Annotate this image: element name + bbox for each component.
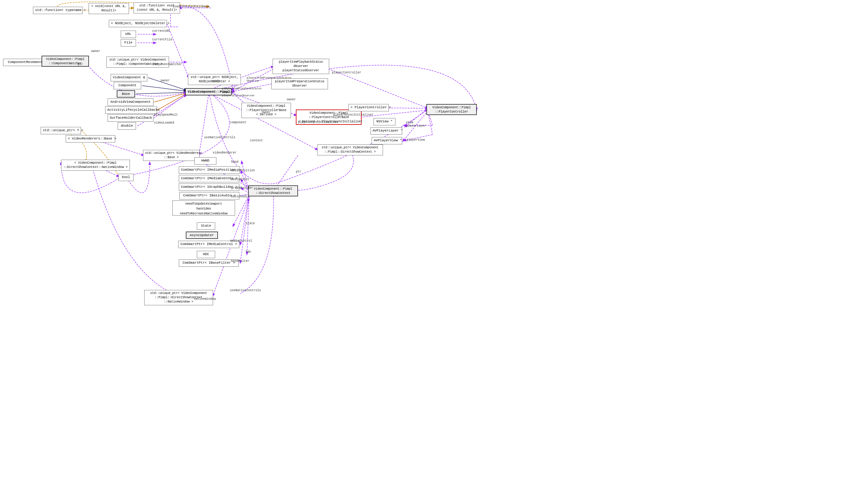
edges-svg	[0, 0, 868, 483]
node-File[interactable]: File	[121, 39, 136, 47]
node-label: ComSmartPtr< IBasicAudio >	[183, 194, 236, 197]
svg-line-44	[329, 69, 428, 108]
node-label: bool	[122, 175, 130, 179]
node-URL[interactable]: URL	[121, 31, 136, 38]
node-playerItemPlaybackStatusObserver[interactable]: playerItemPlaybackStatusObserverplayerSt…	[273, 59, 329, 74]
edge-label-owner3: owner	[211, 80, 220, 83]
node-PlayerController[interactable]: < PlayerController >	[348, 104, 389, 111]
svg-line-13	[157, 94, 186, 110]
node-label: std::unique_ptr< T >	[43, 129, 83, 132]
node-AVPlayerView[interactable]: AVPlayerView *	[372, 137, 402, 144]
edge-label-loadFinishedCallback: loadFinishedCallback	[173, 5, 209, 8]
node-Component[interactable]: Component	[114, 82, 141, 89]
node-VideoComponentAmpersand[interactable]: VideoComponent &	[111, 74, 147, 81]
node-label: URL	[125, 32, 131, 36]
edge-label-playerAsyncInitialiser1: playerAsyncInitialiser	[298, 120, 338, 124]
edge-label-ptr2: ptr	[296, 170, 301, 173]
node-NSView[interactable]: NSView *	[373, 118, 396, 125]
node-double[interactable]: double	[118, 122, 136, 130]
node-label: VideoComponent::Pimpl::PlayerController	[432, 106, 471, 113]
node-label: ComSmartPtr< IMediaEventEx >	[181, 176, 238, 180]
edge-label-context: context	[250, 139, 263, 142]
edge-label-playSpeedMult: playSpeedMult	[154, 113, 178, 117]
node-label: AVPlayerView *	[374, 139, 402, 142]
node-VideoComponentPimplPlayerController[interactable]: VideoComponent::Pimpl::PlayerController	[426, 104, 477, 115]
svg-line-35	[241, 179, 249, 193]
node-ComSmartPtrIMediaPosition[interactable]: ComSmartPtr< IMediaPosition >	[179, 166, 240, 174]
edge-label-currentURL: currentURL	[152, 29, 170, 33]
node-label: File	[124, 41, 132, 45]
node-label: State	[201, 224, 211, 228]
node-bool[interactable]: bool	[118, 174, 133, 181]
node-ComSmartPtrIGraphBuilder[interactable]: ComSmartPtr< IGraphBuilder >	[179, 183, 239, 191]
edge-label-currentFile: currentFile	[152, 38, 173, 41]
node-label: VideoComponent::Pimpl::PlayerControllerB…	[246, 104, 286, 116]
node-HWND[interactable]: HWND	[194, 157, 216, 165]
node-HDC[interactable]: HDC	[197, 251, 215, 258]
node-label: SurfaceHolderCallback	[110, 116, 152, 120]
node-ComSmartPtrIMediaEventEx[interactable]: ComSmartPtr< IMediaEventEx >	[179, 175, 239, 182]
node-label: < VideoRenderers::Base >	[68, 137, 116, 140]
edge-label-baseFilter: baseFilter	[231, 259, 249, 263]
edge-label-component: component	[230, 121, 246, 124]
node-label: ComSmartPtr< IMediaPosition >	[181, 168, 239, 172]
node-stdUniquePtrVideoRenderersBase[interactable]: std::unique_ptr< VideoRenderers::Base >	[143, 150, 199, 161]
edge-label-viewPlayerLayer: viewplayerLayer	[406, 121, 426, 127]
node-stdUniquePtrVideoComponentPimplDirectShowContext[interactable]: std::unique_ptr< VideoComponent::Pimpl::…	[317, 144, 383, 155]
edge-label-playerView: playerView	[406, 138, 425, 142]
node-label: playerItemPlaybackStatusObserverplayerSt…	[279, 60, 323, 72]
node-VideoComponentPimplDirectShowContext[interactable]: VideoComponent::Pimpl::DirectShowContext	[248, 186, 298, 196]
node-label: AVPlayerLayer *	[373, 129, 403, 133]
node-VideoComponentPimplDirectShowContextNativeWindow[interactable]: < VideoComponent::Pimpl::DirectShowConte…	[61, 160, 130, 171]
edge-label-mediaEvent: mediaEvent	[231, 178, 249, 181]
node-label: < NSObject, NSObjectDeleter >	[111, 21, 169, 25]
edge-label-basicAudio: basicAudio	[231, 195, 249, 198]
edge-label-hwnd: hwnd	[231, 160, 238, 164]
edge-label-playerController: playerController	[332, 71, 361, 74]
node-label: HWND	[202, 159, 209, 163]
node-AndroidViewComponent[interactable]: AndroidViewComponent	[107, 98, 153, 106]
node-stdFunctionTypename[interactable]: std::function< typename >	[33, 7, 83, 14]
node-label: ComSmartPtr< IBaseFilter >	[183, 261, 235, 264]
node-label: double	[121, 124, 133, 127]
node-label: < PlayerController >	[350, 106, 391, 109]
node-label: VideoComponent &	[113, 76, 145, 79]
node-needToUpdateViewport[interactable]: needToUpdateViewporthasVideoneedToRecrea…	[173, 200, 235, 216]
edge-label-playerItemPlaybackStatusObserverPlayerStatusObserver: playerItemPlaybackStatusObserverplayerSt…	[222, 87, 261, 98]
node-State[interactable]: State	[197, 222, 215, 230]
edge-label-videoRenderer: videoRenderer	[213, 151, 237, 154]
edge-label-useNativeControls1: useNativeControls	[204, 136, 235, 139]
edge-label-playerItemPreparationStatusObserver: playerItemPreparationStatusObserver	[247, 77, 291, 83]
node-ComSmartPtrIBaseFilter[interactable]: ComSmartPtr< IBaseFilter >	[179, 259, 239, 267]
svg-line-31	[199, 92, 209, 155]
edge-label-graphBuilder: graphBuilder	[231, 186, 253, 190]
node-ComSmartPtrIBasicAudio[interactable]: ComSmartPtr< IBasicAudio >	[179, 192, 239, 199]
edge-label-videoLoaded: videoLoaded	[154, 121, 174, 124]
node-SurfaceHolderCallback[interactable]: SurfaceHolderCallback	[107, 114, 153, 122]
node-label: AsyncUpdater	[190, 233, 214, 237]
diagram-container: ComponentMovementWatcher VideoComponent:…	[0, 0, 868, 483]
edge-label-nativeWindow: nativeWindow	[194, 297, 216, 301]
edge-label-mediaPosition: mediaPosition	[231, 169, 255, 172]
edge-label-ptr: ptr	[78, 63, 83, 66]
edge-label-state: state	[246, 222, 255, 225]
edge-label-useNativeControls2: useNativeControls	[230, 289, 261, 292]
node-VideoRenderersBase[interactable]: < VideoRenderers::Base >	[66, 135, 115, 143]
svg-line-10	[142, 86, 186, 91]
node-voidConstURLResult[interactable]: < void(const URL &,Result)>	[89, 3, 129, 14]
svg-line-12	[154, 93, 186, 102]
node-label: std::unique_ptr< VideoRenderers::Base >	[145, 151, 202, 159]
node-stdUniquePtrT[interactable]: std::unique_ptr< T >	[41, 127, 81, 134]
edge-label-owner2: owner	[160, 79, 169, 82]
node-Base[interactable]: Base	[117, 90, 135, 97]
node-label: needToUpdateViewporthasVideoneedToRecrea…	[180, 202, 227, 215]
node-VideoComponentPimplPlayerControllerBase[interactable]: VideoComponent::Pimpl::PlayerControllerB…	[242, 103, 291, 118]
node-label: std::function< typename >	[35, 8, 86, 12]
edge-label-hdc: hdc	[246, 250, 251, 254]
node-AsyncUpdater[interactable]: AsyncUpdater	[186, 232, 218, 239]
edge-label-owner4: owner	[261, 111, 271, 114]
node-AVPlayerLayer[interactable]: AVPlayerLayer *	[370, 127, 402, 135]
node-ActivityLifecycleCallbacks[interactable]: ActivityLifecycleCallbacks	[105, 107, 157, 114]
node-NSObjectNSObjectDeleter[interactable]: < NSObject, NSObjectDeleter >	[109, 20, 167, 27]
node-label: ActivityLifecycleCallbacks	[107, 108, 160, 112]
